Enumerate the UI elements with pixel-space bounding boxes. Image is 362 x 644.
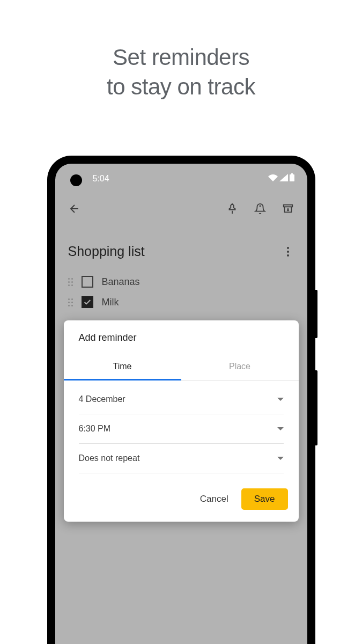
phone-side-button-bottom xyxy=(315,370,317,445)
promo-headline: Set reminders to stay on track xyxy=(0,0,362,101)
svg-rect-2 xyxy=(283,205,292,207)
list-item-text[interactable]: Milk xyxy=(102,297,119,308)
drag-handle-icon[interactable] xyxy=(68,278,73,286)
date-field[interactable]: 4 December xyxy=(79,385,284,414)
note-header: Shopping list xyxy=(55,223,307,267)
svg-rect-1 xyxy=(291,173,293,174)
archive-icon[interactable] xyxy=(282,202,294,215)
status-time: 5:04 xyxy=(93,174,109,184)
chevron-down-icon xyxy=(277,424,284,434)
signal-icon xyxy=(279,174,288,184)
dialog-fields: 4 December 6:30 PM Does not repeat xyxy=(64,380,299,473)
back-button[interactable] xyxy=(68,202,81,215)
phone-side-button-top xyxy=(315,290,317,338)
svg-rect-0 xyxy=(290,174,294,181)
headline-line-1: Set reminders xyxy=(0,43,362,72)
reminder-icon[interactable] xyxy=(254,202,267,215)
pin-icon[interactable] xyxy=(226,202,239,215)
save-button[interactable]: Save xyxy=(241,488,288,510)
battery-icon xyxy=(290,173,294,184)
list-item-text[interactable]: Bananas xyxy=(102,276,140,288)
more-options-button[interactable] xyxy=(282,245,294,258)
checklist: Bananas Milk xyxy=(55,267,307,317)
phone-screen: 5:04 xyxy=(55,164,307,644)
chevron-down-icon xyxy=(277,453,284,463)
dialog-actions: Cancel Save xyxy=(64,473,299,522)
checkbox[interactable] xyxy=(82,276,93,288)
date-value: 4 December xyxy=(79,394,125,404)
status-bar: 5:04 xyxy=(55,164,307,189)
chevron-down-icon xyxy=(277,394,284,404)
time-value: 6:30 PM xyxy=(79,424,111,434)
drag-handle-icon[interactable] xyxy=(68,298,73,306)
repeat-field[interactable]: Does not repeat xyxy=(79,444,284,473)
list-item[interactable]: Milk xyxy=(68,292,294,312)
note-title[interactable]: Shopping list xyxy=(68,244,145,259)
headline-line-2: to stay on track xyxy=(0,72,362,102)
repeat-value: Does not repeat xyxy=(79,453,140,463)
camera-hole xyxy=(70,174,82,186)
phone-frame: 5:04 xyxy=(47,156,315,644)
dialog-tabs: Time Place xyxy=(64,353,299,380)
tab-place[interactable]: Place xyxy=(181,353,299,380)
wifi-icon xyxy=(268,174,278,184)
cancel-button[interactable]: Cancel xyxy=(191,488,237,510)
add-reminder-dialog: Add reminder Time Place 4 December 6:30 … xyxy=(64,320,299,522)
tab-time[interactable]: Time xyxy=(64,353,181,380)
dialog-title: Add reminder xyxy=(64,320,299,353)
app-toolbar xyxy=(55,189,307,223)
time-field[interactable]: 6:30 PM xyxy=(79,414,284,444)
checkbox-checked[interactable] xyxy=(82,296,93,308)
list-item[interactable]: Bananas xyxy=(68,272,294,292)
